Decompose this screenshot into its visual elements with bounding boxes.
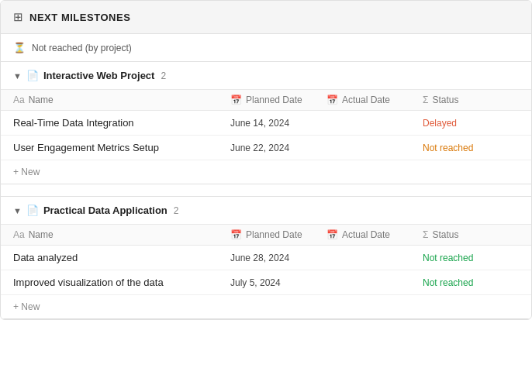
group-toggle-1[interactable]: ▼ xyxy=(13,71,22,81)
row-planned: July 5, 2024 xyxy=(230,277,326,288)
group-count-2: 2 xyxy=(174,205,179,216)
aa-icon-1: Aa xyxy=(13,95,25,105)
aa-icon-2: Aa xyxy=(13,229,25,240)
table-row[interactable]: Data analyzed June 28, 2024 Not reached xyxy=(1,246,531,270)
row-planned: June 28, 2024 xyxy=(230,253,326,263)
group-name-2: Practical Data Application xyxy=(43,205,168,216)
panel-header: ⊞ NEXT MILESTONES xyxy=(1,1,531,34)
col-status-2: Σ Status xyxy=(423,229,519,240)
milestones-icon: ⊞ xyxy=(13,10,23,24)
table-row[interactable]: Improved visualization of the data July … xyxy=(1,270,531,295)
group-spacer xyxy=(1,184,531,197)
new-row-button-2[interactable]: + New xyxy=(1,295,531,318)
sigma-icon-1: Σ xyxy=(423,95,428,105)
group-interactive-web: ▼ 📄 Interactive Web Project 2 Aa Name 📅 … xyxy=(1,62,531,184)
group-practical-data: ▼ 📄 Practical Data Application 2 Aa Name… xyxy=(1,197,531,319)
new-row-button-1[interactable]: + New xyxy=(1,160,531,184)
document-icon-1: 📄 xyxy=(26,70,39,81)
filter-bar[interactable]: ⏳ Not reached (by project) xyxy=(1,34,531,62)
col-actual-2: 📅 Actual Date xyxy=(326,229,423,240)
panel-title: NEXT MILESTONES xyxy=(29,12,130,23)
row-name: Real-Time Data Integration xyxy=(13,117,230,129)
table-header-1: Aa Name 📅 Planned Date 📅 Actual Date Σ S… xyxy=(1,90,531,111)
milestones-panel: ⊞ NEXT MILESTONES ⏳ Not reached (by proj… xyxy=(0,0,532,320)
table-row[interactable]: User Engagement Metrics Setup June 22, 2… xyxy=(1,136,531,160)
col-actual-1: 📅 Actual Date xyxy=(326,95,423,105)
group-toggle-2[interactable]: ▼ xyxy=(13,206,22,215)
table-header-2: Aa Name 📅 Planned Date 📅 Actual Date Σ S… xyxy=(1,225,531,246)
group-header-2: ▼ 📄 Practical Data Application 2 xyxy=(1,197,531,225)
filter-label: Not reached (by project) xyxy=(32,43,132,53)
clock-icon: ⏳ xyxy=(13,42,26,53)
col-name-1: Aa Name xyxy=(13,95,230,105)
status-badge: Not reached xyxy=(423,253,519,263)
col-status-1: Σ Status xyxy=(423,95,519,105)
row-name: User Engagement Metrics Setup xyxy=(13,142,230,153)
table-row[interactable]: Real-Time Data Integration June 14, 2024… xyxy=(1,111,531,136)
document-icon-2: 📄 xyxy=(26,205,39,216)
sigma-icon-2: Σ xyxy=(423,229,428,240)
cal-icon-4: 📅 xyxy=(326,229,338,240)
group-count-1: 2 xyxy=(161,70,166,81)
row-name: Improved visualization of the data xyxy=(13,277,230,288)
row-name: Data analyzed xyxy=(13,252,230,263)
cal-icon-3: 📅 xyxy=(230,229,242,240)
status-badge: Not reached xyxy=(423,277,519,288)
group-header-1: ▼ 📄 Interactive Web Project 2 xyxy=(1,62,531,90)
status-badge: Not reached xyxy=(423,143,519,153)
col-name-2: Aa Name xyxy=(13,229,230,240)
col-planned-2: 📅 Planned Date xyxy=(230,229,326,240)
cal-icon-1: 📅 xyxy=(230,95,242,105)
col-planned-1: 📅 Planned Date xyxy=(230,95,326,105)
group-name-1: Interactive Web Project xyxy=(43,70,155,81)
status-badge: Delayed xyxy=(423,118,519,129)
row-planned: June 14, 2024 xyxy=(230,118,326,129)
cal-icon-2: 📅 xyxy=(326,95,338,105)
row-planned: June 22, 2024 xyxy=(230,143,326,153)
